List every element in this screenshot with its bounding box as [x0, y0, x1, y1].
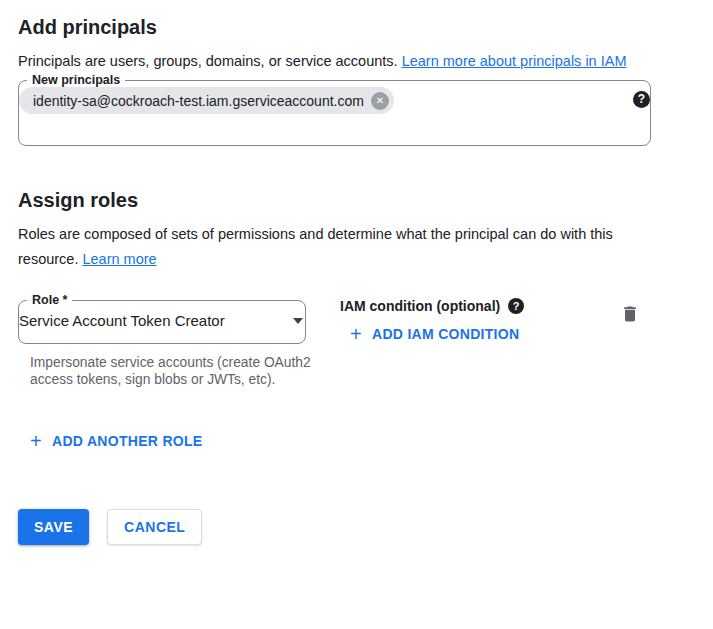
new-principals-label: New principals: [27, 74, 125, 87]
iam-condition-label-row: IAM condition (optional) ?: [340, 298, 618, 314]
delete-role-button[interactable]: [618, 302, 642, 329]
dropdown-arrow-icon[interactable]: [293, 318, 303, 324]
new-principals-help-icon[interactable]: ?: [633, 91, 650, 108]
principals-description-text: Principals are users, groups, domains, o…: [18, 53, 402, 69]
role-select[interactable]: Role * Service Account Token Creator: [18, 294, 306, 344]
cancel-button[interactable]: CANCEL: [107, 509, 202, 545]
roles-description: Roles are composed of sets of permission…: [18, 222, 630, 272]
new-principals-content[interactable]: identity-sa@cockroach-test.iam.gservicea…: [19, 87, 650, 114]
principal-chip: identity-sa@cockroach-test.iam.gservicea…: [19, 87, 394, 114]
add-iam-condition-button[interactable]: + ADD IAM CONDITION: [342, 322, 527, 346]
iam-condition-label: IAM condition (optional): [340, 298, 500, 314]
add-principals-panel: Add principals Principals are users, gro…: [0, 0, 713, 545]
plus-icon: +: [30, 433, 42, 449]
role-value-row[interactable]: Service Account Token Creator: [19, 312, 305, 329]
learn-more-roles-link[interactable]: Learn more: [82, 251, 156, 267]
role-column: Role * Service Account Token Creator Imp…: [18, 294, 340, 389]
save-button[interactable]: SAVE: [18, 509, 89, 545]
principals-description: Principals are users, groups, domains, o…: [18, 49, 666, 74]
dialog-actions: SAVE CANCEL: [18, 509, 695, 545]
role-selected-value: Service Account Token Creator: [19, 312, 225, 329]
principal-chip-label: identity-sa@cockroach-test.iam.gservicea…: [33, 93, 364, 109]
add-another-role-label: ADD ANOTHER ROLE: [52, 433, 203, 449]
add-another-role-button[interactable]: + ADD ANOTHER ROLE: [22, 429, 211, 453]
iam-condition-column: IAM condition (optional) ? + ADD IAM CON…: [340, 294, 618, 346]
add-principals-title: Add principals: [18, 0, 695, 39]
add-iam-condition-label: ADD IAM CONDITION: [372, 326, 519, 342]
iam-condition-help-icon[interactable]: ?: [508, 298, 524, 314]
plus-icon: +: [350, 326, 362, 342]
role-helper-text: Impersonate service accounts (create OAu…: [30, 354, 312, 389]
learn-more-principals-link[interactable]: Learn more about principals in IAM: [402, 53, 627, 69]
trash-icon: [620, 312, 640, 327]
role-label: Role *: [27, 294, 72, 307]
chip-remove-icon[interactable]: ✕: [371, 92, 389, 110]
new-principals-field[interactable]: New principals identity-sa@cockroach-tes…: [18, 74, 651, 146]
role-row: Role * Service Account Token Creator Imp…: [18, 294, 695, 389]
assign-roles-title: Assign roles: [18, 146, 695, 212]
